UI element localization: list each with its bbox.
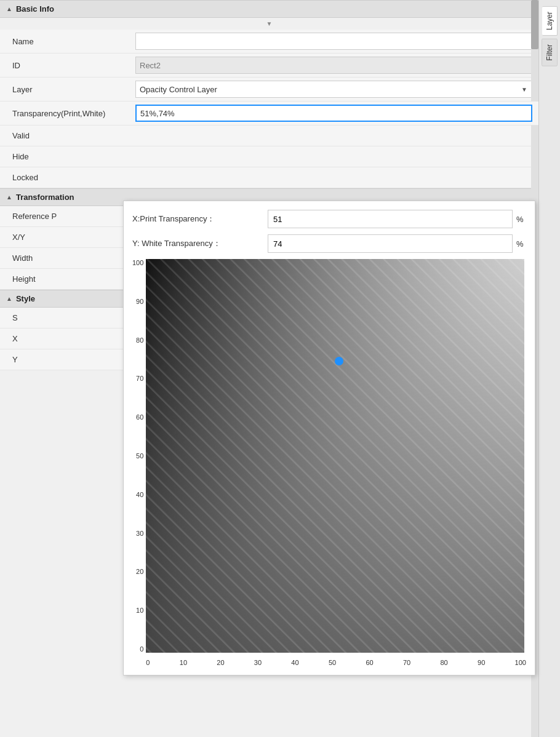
x-label-60: 60 — [366, 659, 373, 666]
scrollbar-thumb[interactable] — [531, 0, 538, 49]
y-axis: 100 90 80 70 60 50 40 30 20 10 0 — [132, 259, 146, 653]
y-label-70: 70 — [136, 375, 143, 382]
tab-filter[interactable]: Filter — [542, 39, 558, 66]
y-label-40: 40 — [136, 491, 143, 498]
transparency-popup: X:Print Transparency： % Y: White Transpa… — [123, 201, 535, 675]
layer-label: Layer — [12, 85, 135, 94]
valid-label: Valid — [12, 131, 135, 140]
id-input[interactable] — [135, 57, 532, 74]
trans-x-input[interactable] — [268, 210, 513, 228]
xy-label: X/Y — [12, 233, 135, 242]
trans-y-input[interactable] — [268, 234, 513, 253]
style-title: Style — [16, 294, 35, 303]
locked-label: Locked — [12, 173, 135, 182]
x-label-40: 40 — [291, 659, 298, 666]
x-label-90: 90 — [478, 659, 485, 666]
basic-info-header: ▲ Basic Info — [0, 0, 538, 18]
trans-y-unit: % — [516, 239, 526, 249]
name-input[interactable] — [135, 33, 532, 50]
transparency-label: Transparency(Print,White) — [12, 109, 135, 118]
layer-select[interactable]: Opacity Control Layer — [135, 81, 532, 98]
y-label-50: 50 — [136, 452, 143, 460]
name-row: Name — [0, 30, 538, 54]
s-label: S — [12, 313, 135, 322]
x-label-0: 0 — [146, 659, 150, 666]
gradient-chart[interactable]: 100 90 80 70 60 50 40 30 20 10 0 — [132, 259, 526, 666]
y-label-30: 30 — [136, 530, 143, 537]
y-label-100: 100 — [132, 259, 143, 266]
x-label-50: 50 — [329, 659, 336, 666]
transparency-input[interactable] — [135, 105, 532, 122]
x-label: X — [12, 334, 135, 343]
trans-x-label: X:Print Transparency： — [132, 213, 268, 225]
x-axis: 0 10 20 30 40 50 60 70 80 90 100 — [146, 658, 526, 666]
basic-info-arrow: ▲ — [6, 6, 12, 12]
svg-rect-6 — [146, 259, 524, 653]
basic-info-title: Basic Info — [16, 4, 54, 14]
y-label-80: 80 — [136, 337, 143, 344]
x-label-20: 20 — [217, 659, 224, 666]
trans-y-row: Y: White Transparency： % — [132, 234, 526, 253]
width-label: Width — [12, 253, 135, 263]
x-label-80: 80 — [440, 659, 447, 666]
y-label-90: 90 — [136, 298, 143, 305]
y-label: Y — [12, 355, 135, 364]
transformation-title: Transformation — [16, 193, 74, 202]
transparency-dot-marker[interactable] — [335, 357, 343, 365]
transparency-row: Transparency(Print,White) — [0, 102, 538, 125]
trans-y-label: Y: White Transparency： — [132, 238, 268, 249]
hide-row: Hide — [0, 146, 538, 167]
x-label-30: 30 — [254, 659, 262, 666]
trans-x-unit: % — [516, 215, 526, 224]
y-label-20: 20 — [136, 568, 143, 575]
reference-p-label: Reference P — [12, 212, 135, 221]
y-label-0: 0 — [140, 645, 143, 653]
chart-canvas-wrapper[interactable]: 0 10 20 30 40 50 60 70 80 90 100 — [146, 259, 526, 666]
trans-x-row: X:Print Transparency： % — [132, 210, 526, 228]
name-label: Name — [12, 37, 135, 46]
id-row: ID — [0, 54, 538, 78]
y-label-10: 10 — [136, 607, 143, 614]
style-arrow: ▲ — [6, 295, 12, 302]
transformation-arrow: ▲ — [6, 194, 12, 201]
gradient-canvas[interactable] — [146, 259, 524, 653]
hide-label: Hide — [12, 152, 135, 161]
gradient-svg — [146, 259, 524, 653]
height-label: Height — [12, 274, 135, 284]
id-label: ID — [12, 61, 135, 70]
x-label-70: 70 — [403, 659, 410, 666]
locked-row: Locked — [0, 167, 538, 188]
x-label-100: 100 — [515, 659, 526, 666]
layer-row: Layer Opacity Control Layer ▼ — [0, 78, 538, 102]
y-label-60: 60 — [136, 413, 143, 421]
valid-row: Valid — [0, 125, 538, 146]
x-label-10: 10 — [180, 659, 187, 666]
dropdown-arrow-top: ▼ — [266, 20, 273, 27]
right-sidebar: Layer Filter — [538, 0, 560, 737]
tab-layer[interactable]: Layer — [542, 6, 558, 36]
